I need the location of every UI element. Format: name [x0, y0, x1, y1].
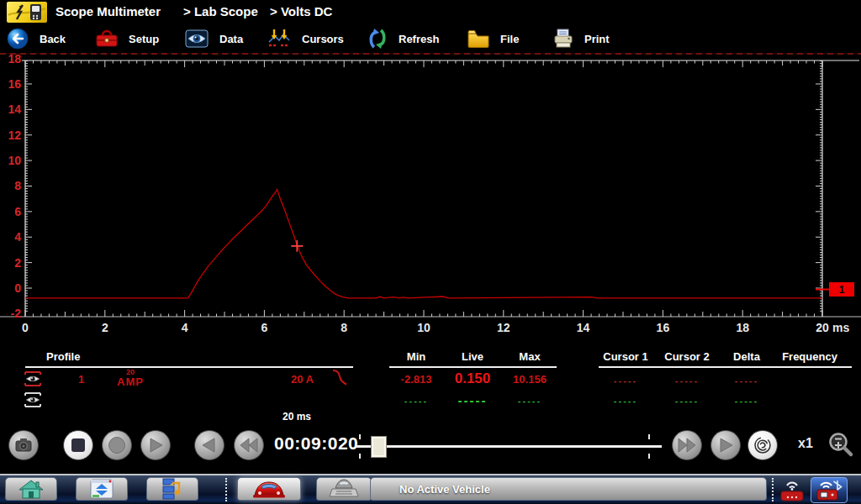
scope-display[interactable]: -202468101214161802468101214161820ms1 — [0, 55, 861, 340]
system-windows-button[interactable] — [76, 477, 128, 501]
svg-text:10: 10 — [8, 154, 21, 167]
scope-chart-svg[interactable]: -202468101214161802468101214161820ms1 — [0, 55, 861, 340]
svg-text:18: 18 — [8, 55, 21, 66]
toolbar: Back Setup Data — [0, 24, 861, 55]
breadcrumb-app: Scope Multimeter — [55, 4, 161, 18]
svg-text:0: 0 — [22, 321, 29, 334]
header-delta: Delta — [733, 350, 760, 363]
svg-text:10: 10 — [417, 321, 430, 334]
back-button[interactable]: Back — [7, 27, 66, 50]
max-value: 10.156 — [513, 373, 547, 386]
vehicle-status-text: No Active Vehicle — [399, 483, 490, 496]
print-button[interactable]: Print — [553, 27, 610, 50]
header-live: Live — [462, 350, 483, 363]
breadcrumb-mode: > Volts DC — [270, 4, 332, 18]
slider-thumb[interactable] — [371, 436, 387, 458]
skip-forward-button[interactable] — [672, 430, 702, 460]
skip-back-button[interactable] — [234, 430, 264, 460]
delta-value-row2: ----- — [735, 396, 758, 406]
channel-number: 1 — [78, 373, 84, 386]
print-label: Print — [584, 33, 610, 45]
header-max: Max — [519, 350, 540, 363]
svg-text:16: 16 — [8, 77, 21, 91]
meter-icon — [7, 2, 47, 23]
live-value-row2: ----- — [458, 393, 488, 407]
svg-text:16: 16 — [657, 321, 670, 334]
vehicle-status-bar[interactable]: No Active Vehicle — [370, 477, 767, 501]
skip-back-icon — [239, 437, 259, 454]
record-icon — [108, 436, 126, 454]
min-value: -2.813 — [401, 373, 432, 386]
svg-text:8: 8 — [14, 179, 21, 192]
header-frequency: Frequency — [782, 350, 837, 363]
home-button[interactable] — [5, 477, 57, 501]
title-bar: Scope Multimeter > Lab Scope > Volts DC — [0, 0, 861, 24]
svg-text:0: 0 — [14, 281, 21, 295]
cursor1-value-row2: ----- — [614, 396, 637, 406]
live-value: 0.150 — [455, 370, 491, 387]
slider-tick — [648, 454, 650, 459]
svg-text:4: 4 — [182, 321, 188, 334]
scope-multimeter-screen: Scope Multimeter > Lab Scope > Volts DC … — [0, 0, 861, 504]
refresh-label: Refresh — [399, 33, 439, 45]
svg-text:4: 4 — [14, 230, 21, 244]
data-manager-icon — [160, 478, 185, 500]
skip-forward-icon — [677, 437, 697, 454]
step-back-icon — [201, 437, 218, 454]
touch-scroll-button[interactable] — [747, 430, 778, 460]
slider-tick — [359, 454, 361, 459]
refresh-icon — [367, 28, 388, 50]
svg-text:6: 6 — [261, 321, 268, 334]
bluetooth-wifi-icon[interactable] — [811, 477, 848, 503]
svg-text:12: 12 — [497, 321, 510, 334]
svg-text:2: 2 — [102, 321, 108, 334]
cursors-button[interactable]: Cursors — [267, 27, 344, 50]
data-button[interactable]: Data — [185, 27, 243, 50]
channel1-visibility-eye-icon[interactable] — [23, 370, 43, 387]
taskbar-separator — [225, 478, 227, 501]
play-button[interactable] — [140, 430, 171, 460]
data-manager-button[interactable] — [146, 477, 198, 501]
zoom-button[interactable] — [826, 430, 856, 460]
data-label: Data — [219, 33, 243, 45]
toolbox-icon — [96, 29, 118, 49]
step-forward-icon — [717, 437, 734, 454]
step-forward-button[interactable] — [710, 430, 741, 460]
vehicle-history-button[interactable] — [316, 477, 372, 501]
scanner-button-active[interactable] — [237, 477, 301, 501]
file-button[interactable]: File — [467, 27, 519, 50]
sweep-time-label: 20 ms — [283, 411, 311, 423]
slider-tick — [359, 434, 361, 439]
probe-20amp-logo: 20 AMP — [112, 369, 149, 387]
channel2-visibility-eye-icon[interactable] — [23, 391, 43, 408]
zoom-level-label: x1 — [798, 436, 813, 451]
back-label: Back — [40, 33, 66, 45]
slider-track[interactable] — [355, 445, 662, 448]
magnifier-icon — [826, 430, 856, 460]
stop-button[interactable] — [63, 430, 93, 460]
slider-tick — [648, 434, 650, 439]
svg-text:20: 20 — [816, 321, 829, 334]
data-eye-icon — [185, 29, 209, 49]
position-slider — [355, 424, 666, 466]
playback-controls: 20 ms — [0, 424, 861, 474]
svg-text:ms: ms — [832, 321, 849, 334]
channel-range: 20 A — [291, 373, 314, 386]
refresh-button[interactable]: Refresh — [367, 27, 439, 50]
step-back-button[interactable] — [194, 430, 224, 460]
svg-text:1: 1 — [839, 284, 845, 296]
setup-button[interactable]: Setup — [96, 27, 159, 50]
cursor2-value: ----- — [675, 375, 699, 386]
snapshot-camera-button[interactable] — [8, 430, 39, 460]
record-button[interactable] — [102, 430, 132, 460]
wireless-scanner-icon[interactable] — [775, 477, 809, 502]
stats-underline — [389, 366, 557, 368]
gray-car-icon — [329, 478, 359, 500]
min-value-row2: ----- — [404, 396, 428, 406]
probe-logo-bottom: AMP — [112, 376, 149, 387]
svg-text:6: 6 — [14, 205, 21, 218]
back-icon — [7, 28, 29, 50]
header-min: Min — [407, 350, 425, 363]
svg-text:8: 8 — [341, 321, 347, 334]
cursor2-value-row2: ----- — [675, 396, 699, 406]
